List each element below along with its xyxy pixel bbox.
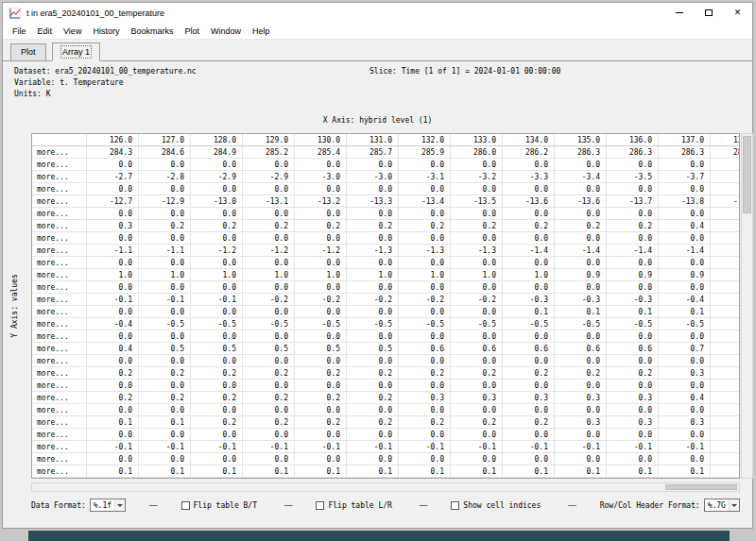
menu-edit[interactable]: Edit [32, 25, 59, 38]
data-cell: 0.2 [607, 220, 659, 232]
corner-cell [32, 134, 87, 146]
chevron-down-icon[interactable] [114, 499, 125, 511]
data-cell: 0.0 [191, 380, 243, 392]
row-header-more[interactable]: more... [32, 171, 87, 183]
data-cell: 0.0 [659, 404, 711, 416]
row-header-more[interactable]: more... [32, 281, 87, 294]
row-header-more[interactable]: more... [32, 355, 87, 367]
tab-plot[interactable]: Plot [10, 43, 46, 61]
close-button[interactable]: ✕ [723, 3, 752, 23]
data-cell: 0.0 [347, 183, 399, 195]
data-cell: 0.0 [87, 281, 139, 294]
vertical-scrollbar[interactable] [741, 133, 753, 479]
data-cell: 0.0 [243, 208, 295, 220]
row-header-more[interactable]: more... [32, 232, 87, 245]
row-header-more[interactable]: more... [32, 146, 87, 159]
row-header-more[interactable]: more... [32, 465, 87, 478]
data-cell: -0.4 [659, 294, 711, 306]
data-cell: 0.0 [295, 183, 347, 195]
data-cell: 0.0 [243, 453, 295, 465]
row-header-more[interactable]: more... [32, 453, 87, 465]
data-cell: 0.2 [139, 392, 191, 404]
data-cell: 0.9 [711, 269, 740, 281]
data-cell: 0.0 [659, 159, 711, 171]
row-header-more[interactable]: more... [32, 330, 87, 343]
row-header-more[interactable]: more... [32, 380, 87, 392]
data-cell: 284.3 [87, 146, 139, 159]
app-icon [9, 8, 21, 19]
vertical-scrollbar-thumb[interactable] [743, 136, 751, 213]
menu-view[interactable]: View [58, 25, 87, 38]
y-axis-label: Y Axis: values [10, 274, 19, 337]
row-header-more[interactable]: more... [32, 245, 87, 257]
data-cell: 0.0 [607, 380, 659, 392]
row-header-more[interactable]: more... [32, 195, 87, 208]
column-header: 131.0 [347, 134, 399, 146]
row-header-more[interactable]: more... [32, 208, 87, 220]
data-format-combobox[interactable]: %.1f [90, 499, 126, 512]
data-cell: 0.2 [347, 392, 399, 404]
horizontal-scrollbar[interactable] [31, 482, 740, 492]
data-cell: 0.0 [295, 208, 347, 220]
chevron-down-icon[interactable] [729, 499, 739, 511]
data-cell: 0.3 [607, 416, 659, 429]
row-header-more[interactable]: more... [32, 318, 87, 330]
data-cell: 0.0 [607, 257, 659, 269]
data-cell: 0.6 [503, 343, 555, 355]
row-header-more[interactable]: more... [32, 306, 87, 318]
data-format-group: Data Format: %.1f [31, 499, 126, 512]
row-header-more[interactable]: more... [32, 404, 87, 416]
data-cell: 0.0 [555, 380, 607, 392]
data-cell: 0.0 [295, 380, 347, 392]
data-cell: -1.1 [87, 245, 139, 257]
menu-window[interactable]: Window [205, 25, 247, 38]
data-cell: 0.0 [659, 429, 711, 441]
data-cell: 0.3 [659, 367, 711, 380]
data-cell: 286.3 [659, 146, 711, 159]
data-cell: 0.0 [347, 257, 399, 269]
separator-dash: — [149, 500, 158, 510]
data-cell: -3.5 [607, 171, 659, 183]
show-cell-indices-checkbox[interactable] [451, 501, 459, 510]
row-header-more[interactable]: more... [32, 343, 87, 355]
menu-history[interactable]: History [87, 25, 125, 38]
data-cell: 0.0 [659, 208, 711, 220]
row-header-more[interactable]: more... [32, 257, 87, 269]
data-cell: 0.0 [399, 257, 451, 269]
data-cell: 0.2 [399, 220, 451, 232]
horizontal-scrollbar-thumb[interactable] [665, 484, 737, 490]
data-cell: 286.2 [503, 146, 555, 159]
row-header-more[interactable]: more... [32, 220, 87, 232]
row-header-more[interactable]: more... [32, 367, 87, 380]
menu-file[interactable]: File [7, 25, 32, 38]
dataset-info: Dataset: era5_20240101_00_temperature.nc [14, 67, 197, 76]
data-cell: 0.0 [503, 183, 555, 195]
header-format-combobox[interactable]: %.7G [704, 499, 740, 512]
menu-help[interactable]: Help [247, 25, 276, 38]
menu-bookmarks[interactable]: Bookmarks [125, 25, 179, 38]
data-cell: 0.0 [191, 453, 243, 465]
row-header-more[interactable]: more... [32, 294, 87, 306]
menu-plot[interactable]: Plot [179, 25, 205, 38]
data-cell: -1.3 [399, 245, 451, 257]
data-cell: 0.0 [295, 330, 347, 343]
data-cell: 0.0 [607, 208, 659, 220]
flip-bt-checkbox[interactable] [181, 501, 190, 510]
data-cell: -3.8 [711, 171, 740, 183]
data-cell: -0.1 [191, 294, 243, 306]
data-cell: -12.9 [139, 195, 191, 208]
row-header-more[interactable]: more... [32, 429, 87, 441]
data-cell: 285.4 [295, 146, 347, 159]
data-cell: 0.4 [659, 392, 711, 404]
minimize-button[interactable] [664, 3, 694, 23]
flip-lr-checkbox[interactable] [316, 501, 324, 510]
row-header-more[interactable]: more... [32, 269, 87, 281]
row-header-more[interactable]: more... [32, 416, 87, 429]
tab-array-1[interactable]: Array 1 [52, 42, 100, 61]
row-header-more[interactable]: more... [32, 159, 87, 171]
data-cell: 0.1 [87, 416, 139, 429]
row-header-more[interactable]: more... [32, 441, 87, 453]
row-header-more[interactable]: more... [32, 392, 87, 404]
row-header-more[interactable]: more... [32, 183, 87, 195]
maximize-button[interactable] [694, 3, 723, 23]
